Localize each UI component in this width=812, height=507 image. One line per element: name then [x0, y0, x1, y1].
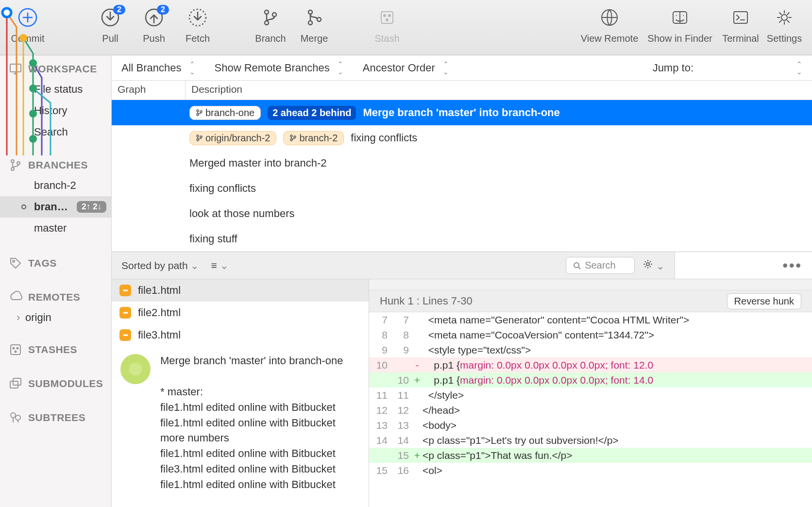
diff-line[interactable]: 15+<p class="p1">That was fun.</p>	[369, 448, 812, 463]
commit-message: fixing conflicts	[189, 182, 256, 195]
diff-line[interactable]: 1516<ol>	[369, 463, 812, 478]
sidebar-branch-branch-one[interactable]: bran… 2↑ 2↓	[0, 196, 111, 218]
more-button[interactable]: •••	[782, 257, 802, 274]
file-row[interactable]: •••file3.html	[112, 324, 369, 346]
filter-order[interactable]: Ancestor Order⌃⌄	[363, 60, 449, 76]
commit-message: fixing conflicts	[351, 132, 417, 144]
view-remote-button[interactable]: View Remote	[578, 7, 641, 44]
diff-line[interactable]: 1111 </style>	[369, 388, 812, 403]
chevron-down-icon: ⌄	[220, 260, 229, 271]
ahead-behind-badge: 2↑ 2↓	[77, 201, 106, 213]
col-graph[interactable]: Graph	[112, 81, 186, 100]
col-description[interactable]: Description	[186, 81, 248, 100]
diff-line[interactable]: 1212</head>	[369, 403, 812, 418]
svg-rect-10	[381, 12, 393, 23]
terminal-label: Terminal	[722, 33, 759, 44]
svg-point-42	[200, 136, 202, 138]
file-panel-toolbar: Sorted by path ⌄ ≡ ⌄ Search ⌄	[112, 252, 675, 279]
file-search-input[interactable]: Search	[566, 257, 635, 274]
updown-icon: ⌃⌄	[796, 60, 802, 76]
updown-icon: ⌃⌄	[189, 60, 195, 76]
svg-rect-23	[11, 345, 20, 355]
sidebar-branch-master[interactable]: master	[0, 218, 111, 239]
svg-point-8	[308, 21, 312, 25]
sidebar-branch-branch-2[interactable]: branch-2	[0, 175, 111, 196]
fetch-button[interactable]: Fetch	[176, 7, 220, 44]
branch-label: Branch	[255, 33, 286, 44]
history-row[interactable]: branch-one 2 ahead 2 behind Merge branch…	[112, 100, 812, 125]
diff-line[interactable]: 10+ p.p1 {margin: 0.0px 0.0px 0.0px 0.0p…	[369, 372, 812, 388]
merge-button[interactable]: Merge	[292, 7, 336, 44]
stash-label: Stash	[374, 33, 399, 44]
branch-tag: branch-2	[283, 131, 344, 145]
history-row[interactable]: Merged master into branch-2	[112, 151, 812, 176]
settings-button[interactable]: Settings	[762, 7, 806, 44]
hunk-header: Hunk 1 : Lines 7-30 Reverse hunk	[369, 290, 812, 312]
filter-remote[interactable]: Show Remote Branches⌃⌄	[215, 60, 343, 76]
history-row[interactable]: fixing stuff	[112, 226, 812, 252]
svg-point-19	[11, 160, 14, 163]
svg-point-24	[13, 348, 15, 349]
updown-icon: ⌃⌄	[338, 60, 343, 76]
filter-branches[interactable]: All Branches⌃⌄	[121, 60, 195, 76]
diff-line[interactable]: 10- p.p1 {margin: 0.0px 0.0px 0.0px 0.0p…	[369, 357, 812, 372]
stash-button[interactable]: Stash	[365, 7, 409, 44]
pull-label: Pull	[102, 33, 118, 44]
svg-point-46	[574, 263, 579, 268]
show-in-finder-button[interactable]: Show in Finder	[641, 7, 719, 44]
diff-line[interactable]: 1414<p class="p1">Let's try out subversi…	[369, 433, 812, 448]
diff-line[interactable]: 88 <meta name="CocoaVersion" content="13…	[369, 327, 812, 342]
svg-point-43	[290, 135, 292, 137]
diff-line[interactable]: 1313<body>	[369, 418, 812, 433]
svg-point-33	[29, 59, 37, 67]
reverse-hunk-button[interactable]: Reverse hunk	[727, 293, 801, 309]
svg-point-35	[29, 110, 37, 118]
diff-lines: 77 <meta name="Generator" content="Cocoa…	[369, 312, 812, 478]
sidebar-remote-origin[interactable]: › origin	[0, 307, 111, 328]
search-icon	[573, 262, 581, 270]
sidebar-section-remotes[interactable]: REMOTES	[0, 284, 111, 307]
svg-point-34	[29, 84, 37, 92]
branch-tag: origin/branch-2	[189, 131, 276, 145]
commit-message: Merge branch 'master' into branch-one	[363, 106, 559, 119]
file-row[interactable]: •••file1.html	[112, 279, 369, 302]
diff-line[interactable]: 99 <style type="text/css">	[369, 342, 812, 357]
file-row[interactable]: •••file2.html	[112, 302, 369, 324]
sidebar-section-submodules[interactable]: SUBMODULES	[0, 370, 111, 393]
filter-jump[interactable]: Jump to:⌃⌄	[653, 60, 802, 76]
sidebar-section-subtrees[interactable]: SUBTREES	[0, 404, 111, 427]
history-row[interactable]: fixing conflicts	[112, 176, 812, 201]
svg-point-26	[15, 351, 17, 353]
current-branch-indicator-icon	[21, 204, 26, 209]
svg-point-29	[11, 413, 16, 418]
history-row[interactable]: look at those numbers	[112, 201, 812, 226]
terminal-button[interactable]: Terminal	[719, 7, 762, 44]
history-row[interactable]: origin/branch-2 branch-2 fixing conflict…	[112, 125, 812, 151]
gear-dropdown[interactable]: ⌄	[643, 259, 665, 272]
svg-point-40	[197, 135, 199, 137]
sidebar-section-stashes[interactable]: STASHES	[0, 336, 111, 359]
commit-message-panel: Merge branch 'master' into branch-one * …	[112, 346, 369, 499]
filter-bar: All Branches⌃⌄ Show Remote Branches⌃⌄ An…	[112, 55, 812, 81]
sort-dropdown[interactable]: Sorted by path ⌄	[121, 260, 199, 271]
view-mode-dropdown[interactable]: ≡ ⌄	[211, 260, 228, 271]
svg-point-11	[384, 15, 386, 17]
svg-point-22	[13, 260, 15, 262]
svg-rect-16	[734, 12, 747, 23]
updown-icon: ⌃⌄	[443, 60, 449, 76]
fetch-label: Fetch	[186, 33, 210, 44]
svg-point-7	[308, 10, 312, 14]
push-button[interactable]: 2 Push	[132, 7, 176, 44]
svg-point-39	[200, 111, 202, 113]
diff-line[interactable]: 77 <meta name="Generator" content="Cocoa…	[369, 312, 812, 327]
file-status-icon: •••	[119, 285, 131, 296]
history-header: Graph Description	[112, 81, 812, 100]
commit-message: fixing stuff	[189, 233, 237, 245]
svg-point-31	[2, 8, 11, 17]
pull-button[interactable]: 2 Pull	[88, 7, 132, 44]
sidebar-section-tags[interactable]: TAGS	[0, 250, 111, 273]
svg-point-30	[16, 415, 20, 420]
push-label: Push	[143, 33, 165, 44]
push-badge: 2	[157, 5, 169, 15]
branch-button[interactable]: Branch	[249, 7, 292, 44]
